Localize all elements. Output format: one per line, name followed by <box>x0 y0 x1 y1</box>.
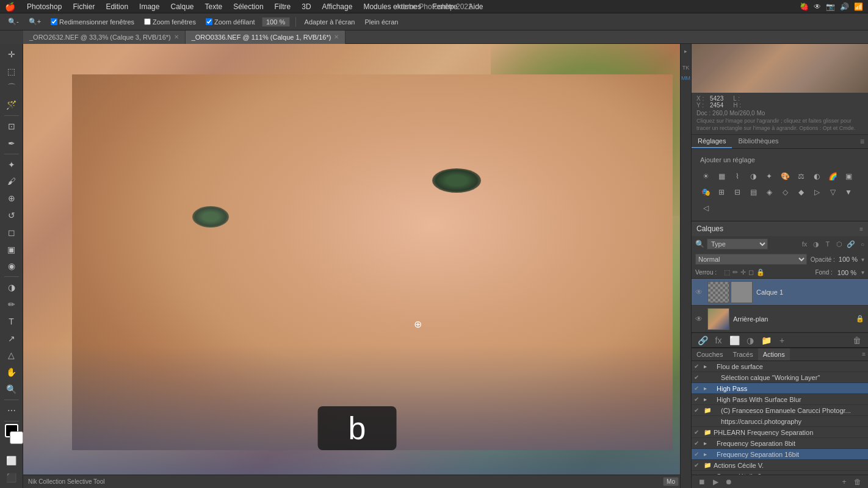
tool-brush[interactable]: 🖌 <box>4 174 20 190</box>
plein-ecran-btn[interactable]: Plein écran <box>361 17 401 27</box>
delete-layer-btn[interactable]: 🗑 <box>851 334 863 346</box>
layer-vector-filter[interactable]: ⬡ <box>834 239 844 249</box>
action-3-eye[interactable]: ✔ <box>694 385 701 392</box>
add-mask-btn[interactable]: ⬜ <box>728 334 740 346</box>
panel-options-icon[interactable]: ≡ <box>856 135 868 148</box>
tool-heal[interactable]: ✦ <box>4 157 20 173</box>
tool-path[interactable]: ↗ <box>4 331 20 346</box>
adj-exposure[interactable]: ◑ <box>747 170 760 183</box>
actions-stop-btn[interactable]: ⏹ <box>696 476 707 487</box>
adj-r5[interactable]: ▽ <box>826 185 839 199</box>
menu-filtre[interactable]: Filtre <box>270 1 295 12</box>
tool-pen[interactable]: ✏ <box>4 296 20 312</box>
tool-move[interactable]: ✛ <box>4 46 20 62</box>
add-fx-btn[interactable]: fx <box>712 334 725 346</box>
tool-eraser[interactable]: ◻ <box>4 224 20 240</box>
adj-curves[interactable]: ⌇ <box>731 170 744 183</box>
add-adjustment-btn[interactable]: ◑ <box>744 334 756 346</box>
adj-colorbalance[interactable]: ⚖ <box>794 170 808 183</box>
menu-image[interactable]: Image <box>135 1 164 12</box>
action-selection-calque[interactable]: ✔ Sélection calque "Working Layer" <box>692 372 868 383</box>
action-url[interactable]: https://carucci.photography <box>692 416 868 427</box>
filter-toggle[interactable]: ○ <box>861 241 864 248</box>
tool-selection[interactable]: ⬚ <box>4 63 20 79</box>
adj-channel[interactable]: ⊞ <box>715 185 728 199</box>
zoom-defilant-check[interactable]: Zoom défilant <box>203 17 258 27</box>
tab-traces[interactable]: Tracés <box>728 348 758 361</box>
actions-record-btn[interactable]: ⏺ <box>723 476 734 487</box>
action-5-eye[interactable]: ✔ <box>694 407 701 414</box>
tab-2-close[interactable]: ✕ <box>334 34 339 40</box>
zoom-out-btn[interactable]: 🔍- <box>5 16 22 27</box>
edge-btn-5[interactable]: TK <box>682 63 690 72</box>
action-flou-surface[interactable]: ✔ ▸ Flou de surface <box>692 361 868 372</box>
tool-magic-wand[interactable]: 🪄 <box>4 97 20 113</box>
menu-fichier[interactable]: Fichier <box>68 1 99 12</box>
tab-actions[interactable]: Actions <box>758 348 790 361</box>
layer-item-calque1[interactable]: 👁 Calque 1 <box>692 279 868 306</box>
layer-text-filter[interactable]: T <box>823 239 833 249</box>
panels-scroll[interactable]: Réglages Bibliothèques ≡ Ajouter un régl… <box>692 135 868 348</box>
adj-photomix[interactable]: 🌈 <box>826 170 839 183</box>
action-10-eye[interactable]: ✔ <box>694 462 701 468</box>
tab-reglages[interactable]: Réglages <box>692 135 732 148</box>
action-1-eye[interactable]: ✔ <box>694 363 701 370</box>
adj-selective[interactable]: 🎭 <box>699 185 712 199</box>
action-phlearn[interactable]: ✔ 📁 PHLEARN Frequency Separation <box>692 427 868 438</box>
adj-r2[interactable]: ◇ <box>778 185 792 199</box>
lock-move-icon[interactable]: ✛ <box>740 268 746 276</box>
action-7-eye[interactable]: ✔ <box>694 429 701 436</box>
mode-button[interactable]: Mo <box>663 477 679 486</box>
menu-selection[interactable]: Sélection <box>229 1 267 12</box>
edge-btn-6[interactable]: MM <box>682 74 690 82</box>
zoom-value-input[interactable] <box>262 17 290 27</box>
adapter-btn[interactable]: Adapter à l'écran <box>302 17 358 27</box>
adj-posterize[interactable]: ▤ <box>747 185 760 199</box>
tool-stamp[interactable]: ⊕ <box>4 190 20 206</box>
tool-dodge[interactable]: ◑ <box>4 279 20 295</box>
action-freq-16bit[interactable]: ✔ ▸ Frequency Separation 16bit <box>692 449 868 460</box>
tool-text[interactable]: T <box>4 314 20 329</box>
tool-screen-mode[interactable]: ⬛ <box>4 470 20 486</box>
adj-r4[interactable]: ▷ <box>810 185 823 199</box>
add-group-btn[interactable]: 📁 <box>760 334 772 346</box>
opacity-dropdown[interactable]: ▾ <box>861 256 864 263</box>
adj-thresh[interactable]: ⊟ <box>731 185 744 199</box>
menu-calque[interactable]: Calque <box>166 1 198 12</box>
action-high-pass-blur[interactable]: ✔ ▸ High Pass With Surface Blur <box>692 394 868 405</box>
fill-dropdown[interactable]: ▾ <box>861 269 864 276</box>
add-link-btn[interactable]: 🔗 <box>696 334 709 346</box>
adj-brightness[interactable]: ☀ <box>699 170 712 183</box>
tool-zoom[interactable]: 🔍 <box>4 381 20 397</box>
layer-bg-visibility[interactable]: 👁 <box>695 315 704 323</box>
action-4-eye[interactable]: ✔ <box>694 396 701 403</box>
adj-levels[interactable]: ▦ <box>715 170 728 183</box>
tool-3d[interactable]: ⋯ <box>4 403 20 418</box>
action-freq-8bit[interactable]: ✔ ▸ Frequency Separation 8bit <box>692 438 868 449</box>
tool-lasso[interactable]: ⌒ <box>4 81 20 96</box>
tool-history[interactable]: ↺ <box>4 207 20 223</box>
tool-shape[interactable]: △ <box>4 348 20 364</box>
action-high-pass[interactable]: ✔ ▸ High Pass <box>692 383 868 394</box>
actions-new-btn[interactable]: + <box>839 476 850 487</box>
layer-item-arriere[interactable]: 👁 Arrière-plan 🔒 <box>692 306 868 332</box>
menu-texte[interactable]: Texte <box>201 1 227 12</box>
adj-r1[interactable]: ◈ <box>762 185 776 199</box>
adj-r7[interactable]: ◁ <box>699 201 712 215</box>
blend-mode-select[interactable]: Normal <box>695 254 807 265</box>
tool-mode[interactable]: ⬜ <box>4 453 20 468</box>
redim-checkbox[interactable] <box>51 18 57 25</box>
tool-blur[interactable]: ◉ <box>4 259 20 274</box>
layers-panel-close[interactable]: ≡ <box>859 226 863 232</box>
menu-photoshop[interactable]: Photoshop <box>23 1 66 12</box>
tab-1-close[interactable]: ✕ <box>174 34 179 40</box>
layer-smart-filter[interactable]: 🔗 <box>846 239 856 249</box>
lock-all-icon[interactable]: 🔒 <box>756 268 765 276</box>
tool-eyedropper[interactable]: ✒ <box>4 135 20 151</box>
layer-filter-select[interactable]: Type <box>707 239 768 249</box>
menu-affichage[interactable]: Affichage <box>318 1 357 12</box>
adj-r6[interactable]: ▼ <box>842 185 855 199</box>
tab-2[interactable]: _ORO0336.NEF @ 111% (Calque 1, RVB/16*) … <box>186 30 346 44</box>
tool-hand[interactable]: ✋ <box>4 364 20 380</box>
tab-1[interactable]: _ORO2632.NEF @ 33,3% (Calque 3, RVB/16*)… <box>23 30 186 44</box>
